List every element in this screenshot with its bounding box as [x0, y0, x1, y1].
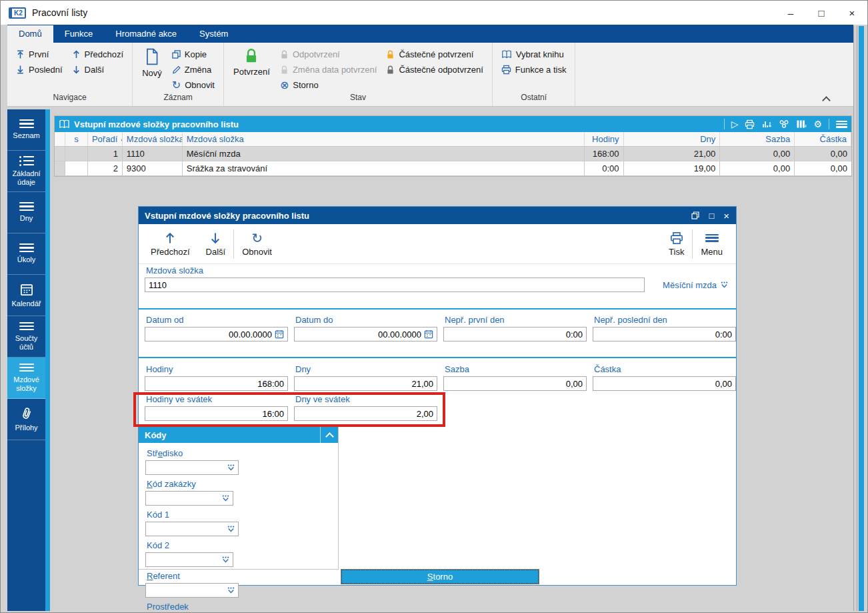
last-day-label: Nepř. poslední den — [594, 315, 736, 325]
dialog-next-button[interactable]: Další — [198, 229, 234, 259]
tab-domu[interactable]: Domů — [7, 25, 53, 43]
wage-component-input[interactable]: 1110 — [145, 277, 645, 292]
tab-system[interactable]: Systém — [188, 25, 239, 43]
lock-gray-icon — [280, 50, 289, 59]
codes-title: Kódy — [145, 430, 167, 440]
cluster-icon[interactable] — [779, 119, 789, 129]
select-book-label: Vybrat knihu — [516, 49, 564, 59]
copy-button[interactable]: Kopie — [170, 47, 217, 62]
column-header-hodiny[interactable]: Hodiny — [585, 132, 624, 146]
dialog-print-button[interactable]: Tisk — [661, 229, 692, 259]
kod-zakazky-label: Kód zakázky — [147, 479, 233, 489]
last-day-input[interactable]: 0:00 — [593, 327, 736, 342]
next-button[interactable]: Další — [70, 62, 126, 77]
partial-unconfirm-button[interactable]: Částečné odpotvrzení — [384, 62, 485, 77]
sidebar: Seznam Základní údaje Dny Úkoly Kalendář… — [7, 109, 45, 611]
previous-button[interactable]: Předchozí — [70, 47, 126, 62]
holiday-hours-input[interactable]: 16:00 — [145, 406, 288, 421]
calendar-icon[interactable] — [275, 330, 284, 339]
print-icon[interactable] — [745, 119, 755, 129]
calendar-icon[interactable] — [424, 330, 433, 339]
window-titlebar: K2 Pracovní listy – □ × — [1, 1, 867, 25]
grid-menu-icon[interactable] — [836, 121, 847, 128]
column-header-mzdova-slozka-kod[interactable]: Mzdová složka — [123, 132, 183, 146]
last-button[interactable]: Poslední — [14, 62, 65, 77]
dialog-close-button[interactable]: × — [723, 210, 729, 221]
run-icon[interactable]: ▷ — [731, 119, 739, 129]
storno-button[interactable]: Storno — [341, 570, 539, 584]
sidebar-item-soucty-uctu[interactable]: Součty účtů — [7, 316, 45, 358]
app-logo-icon: K2 — [9, 6, 26, 19]
stredisko-input[interactable] — [145, 460, 239, 475]
ribbon-collapse-button[interactable] — [821, 95, 831, 102]
amount-input[interactable]: 0,00 — [593, 376, 736, 391]
storno-state-button[interactable]: ⊗ Storno — [278, 77, 379, 93]
detail-list-icon — [19, 156, 34, 166]
dropdown-icon[interactable] — [221, 556, 230, 564]
change-button[interactable]: Změna — [170, 62, 217, 77]
referent-input[interactable] — [145, 583, 239, 598]
refresh-button[interactable]: ↻ Obnovit — [170, 77, 217, 93]
days-label: Dny — [295, 364, 437, 374]
rate-input[interactable]: 0,00 — [443, 376, 587, 391]
dropdown-icon[interactable] — [227, 526, 235, 533]
functions-print-label: Funkce a tisk — [515, 65, 567, 75]
dialog-maximize-button[interactable]: □ — [709, 211, 714, 221]
right-scrollbar-stripe[interactable] — [859, 26, 864, 611]
group-label-stav: Stav — [224, 91, 492, 105]
dialog-restore-button[interactable] — [691, 211, 699, 219]
lock-green-icon — [244, 48, 259, 64]
sidebar-accent-stripe — [45, 109, 50, 611]
column-header-dny[interactable]: Dny — [624, 132, 721, 146]
days-input[interactable]: 21,00 — [294, 376, 437, 391]
date-to-label: Datum do — [295, 315, 437, 325]
dialog-refresh-button[interactable]: ↻ Obnovit — [234, 229, 280, 259]
confirm-button[interactable]: Potvrzení — [228, 45, 275, 77]
wage-component-label: Mzdová složka — [146, 265, 730, 275]
minimize-button[interactable]: – — [775, 1, 806, 25]
date-from-input[interactable]: 00.00.0000 — [145, 327, 288, 342]
dropdown-icon[interactable] — [227, 464, 235, 472]
grid-header-row: s Pořadí ▲1 Mzdová složka Mzdová složka … — [55, 132, 851, 147]
functions-print-button[interactable]: Funkce a tisk — [499, 62, 569, 77]
kod2-input[interactable] — [145, 552, 233, 567]
wage-component-lookup[interactable]: Měsíční mzda — [663, 280, 730, 290]
holiday-days-input[interactable]: 2,00 — [294, 406, 437, 421]
first-button[interactable]: První — [14, 47, 65, 62]
sidebar-item-prilohy[interactable]: Přílohy — [7, 399, 45, 440]
chart-icon[interactable] — [761, 119, 772, 129]
new-button[interactable]: Nový — [137, 45, 167, 78]
sidebar-item-mzdove-slozky[interactable]: Mzdové složky — [7, 358, 45, 399]
dialog-previous-button[interactable]: Předchozí — [143, 229, 198, 259]
table-row[interactable]: 2 9300 Srážka za stravování 0:00 19,00 0… — [55, 161, 851, 176]
settings-gear-icon[interactable]: ⚙ — [813, 119, 822, 129]
tab-hromadne-akce[interactable]: Hromadné akce — [104, 25, 188, 43]
dialog-menu-button[interactable]: Menu — [693, 229, 731, 259]
dropdown-icon[interactable] — [221, 495, 230, 502]
partial-confirm-button[interactable]: Částečné potvrzení — [384, 47, 485, 62]
column-header-mzdova-slozka-nazev[interactable]: Mzdová složka — [183, 132, 585, 146]
sidebar-item-kalendar[interactable]: Kalendář — [7, 275, 45, 316]
column-header-s[interactable]: s — [65, 132, 88, 146]
select-book-button[interactable]: Vybrat knihu — [499, 47, 569, 62]
hours-input[interactable]: 168:00 — [145, 376, 288, 391]
column-header-sazba[interactable]: Sazba — [720, 132, 795, 146]
first-day-input[interactable]: 0:00 — [443, 327, 587, 342]
tab-funkce[interactable]: Funkce — [53, 25, 105, 43]
maximize-button[interactable]: □ — [806, 1, 837, 25]
close-button[interactable]: × — [837, 1, 867, 25]
kod-zakazky-input[interactable] — [145, 491, 233, 506]
kod1-input[interactable] — [145, 522, 239, 536]
date-to-input[interactable]: 00.00.0000 — [294, 327, 437, 342]
dropdown-icon[interactable] — [227, 587, 235, 594]
window-title: Pracovní listy — [32, 7, 87, 18]
column-header-castka[interactable]: Částka — [795, 132, 851, 146]
columns-icon[interactable] — [796, 119, 807, 129]
sidebar-item-zakladni-udaje[interactable]: Základní údaje — [7, 151, 45, 192]
sidebar-item-seznam[interactable]: Seznam — [7, 109, 45, 151]
column-header-poradi[interactable]: Pořadí ▲1 — [88, 132, 123, 146]
sidebar-item-ukoly[interactable]: Úkoly — [7, 233, 45, 275]
sidebar-item-dny[interactable]: Dny — [7, 192, 45, 233]
table-row[interactable]: 1 1110 Měsíční mzda 168:00 21,00 0,00 0,… — [55, 147, 851, 161]
codes-collapse-button[interactable] — [320, 427, 338, 443]
